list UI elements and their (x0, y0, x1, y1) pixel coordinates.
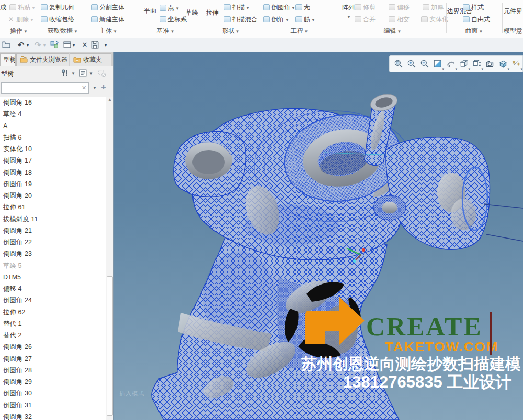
search-input[interactable] (1, 82, 89, 94)
search-caret-icon[interactable]: ▼ (93, 86, 97, 90)
intersect-button[interactable]: 相交 (389, 15, 410, 24)
clear-search-icon[interactable]: ✕ (82, 84, 86, 92)
delete-button[interactable]: ✕删除▼ (8, 15, 34, 24)
tree-item[interactable]: 倒圆角 22 (0, 236, 106, 248)
tree-item[interactable]: 倒圆角 29 (0, 376, 106, 388)
offset-button[interactable]: 偏移 (389, 3, 410, 12)
tree-item[interactable]: 倒圆角 18 (0, 167, 106, 178)
regenerate-icon[interactable] (49, 40, 60, 50)
group-label-surfaces[interactable]: 曲面▼ (446, 27, 502, 36)
group-label-model-intent[interactable]: 模型意 (502, 27, 523, 36)
round-button[interactable]: 倒圆角▼ (263, 3, 295, 12)
group-label-editing[interactable]: 编辑▼ (339, 27, 446, 36)
tree-item[interactable]: 倒圆角 17 (0, 155, 106, 166)
sketch-button[interactable]: 草绘 (186, 8, 198, 17)
scroll-up-icon[interactable]: ▲ (106, 97, 113, 102)
trim-button[interactable]: 修剪 (355, 3, 376, 12)
paste-button[interactable]: 粘贴▼ (9, 3, 36, 12)
display-style-icon[interactable]: ▾ (457, 57, 470, 71)
tree-item[interactable]: 倒圆角 19 (0, 178, 106, 190)
tree-item[interactable]: 偏移 4 (0, 283, 106, 294)
tab-favorites[interactable]: 收藏夹 (70, 53, 111, 66)
point-button[interactable]: 点▼ (160, 4, 179, 13)
undo-caret-icon[interactable]: ▾ (25, 40, 30, 50)
tree-item[interactable]: 倒圆角 30 (0, 388, 106, 399)
tree-item[interactable]: 拉伸 61 (0, 201, 106, 213)
sweep-button[interactable]: 扫描▼ (224, 3, 250, 12)
solidify-button[interactable]: 实体化 (421, 15, 448, 24)
tree-item[interactable]: 倒圆角 31 (0, 400, 106, 411)
new-body-button[interactable]: 新建主体 (91, 15, 124, 24)
close-window-icon[interactable]: ✕ (79, 40, 90, 50)
redo-caret-icon[interactable]: ▾ (42, 40, 47, 50)
rib-button[interactable]: 筋▼ (295, 15, 315, 24)
tree-item[interactable]: 实体化 10 (0, 143, 106, 155)
tree-scrollbar[interactable]: ▲ (106, 97, 113, 420)
group-label-engineering[interactable]: 工程▼ (260, 27, 339, 36)
redo-icon[interactable]: ↷ (32, 40, 43, 50)
view-manager-icon[interactable] (483, 57, 496, 71)
show-hidden-icon[interactable] (97, 69, 107, 78)
style-button[interactable]: 样式 (463, 3, 484, 12)
group-label-operations[interactable]: 操作▼ (0, 27, 38, 36)
tree-item[interactable]: 倒圆角 32 (0, 411, 106, 420)
tree-item[interactable]: 替代 1 (0, 318, 106, 330)
tree-item[interactable]: 倒圆角 26 (0, 341, 106, 353)
shell-button[interactable]: 壳 (295, 3, 310, 12)
group-label-get-data[interactable]: 获取数据▼ (38, 27, 88, 36)
chamfer-button[interactable]: 倒角▼ (263, 15, 289, 24)
undo-icon[interactable]: ↶ (16, 40, 26, 50)
quickbar-caret-icon[interactable]: ▾ (103, 40, 108, 50)
group-label-body[interactable]: 主体▼ (88, 27, 129, 36)
tree-tools-caret-icon[interactable]: ▼ (71, 71, 75, 76)
tree-item[interactable]: 倒圆角 16 (0, 97, 106, 108)
tree-item[interactable]: A (0, 120, 106, 132)
tree-item[interactable]: 替代 2 (0, 330, 106, 341)
tree-item[interactable]: 倒圆角 28 (0, 365, 106, 376)
tree-item[interactable]: 拔模斜度 11 (0, 213, 106, 225)
window-switch-icon[interactable] (62, 40, 72, 50)
tree-item[interactable]: 倒圆角 23 (0, 248, 106, 259)
tab-folder-browser[interactable]: 文件夹浏览器 (16, 53, 69, 66)
plane-button[interactable]: 平面 (144, 6, 156, 15)
shrinkwrap-button[interactable]: 收缩包络 (41, 15, 74, 24)
spin-center-icon[interactable]: ▾ (444, 57, 457, 71)
pattern-button[interactable]: 阵列 (342, 3, 355, 12)
repaint-icon[interactable]: ▾ (431, 57, 444, 71)
coordinate-system-button[interactable]: 坐标系 (160, 15, 187, 24)
thicken-button[interactable]: 加厚 (423, 3, 444, 12)
tab-model-tree[interactable]: 型树 (0, 53, 16, 66)
tree-item[interactable]: 倒圆角 20 (0, 190, 106, 201)
tree-item[interactable]: 草绘 4 (0, 108, 106, 120)
tree-item[interactable]: 扫描 6 (0, 132, 106, 143)
graphics-viewport[interactable]: ▾▾▾▾▾▾ CREATE TAKETOW.COM 苏州创恩逆向测绘抄数扫描建模… (114, 52, 523, 420)
tree-item[interactable]: 草绘 5 (0, 260, 106, 271)
copy-geometry-button[interactable]: 复制几何 (41, 3, 74, 12)
open-file-icon[interactable] (1, 40, 12, 50)
pattern-caret[interactable]: ▼ (346, 13, 351, 20)
tree-item[interactable]: 倒圆角 24 (0, 294, 106, 306)
group-label-datum[interactable]: 基准▼ (129, 27, 202, 36)
zoom-in-icon[interactable] (405, 57, 418, 71)
zoom-out-icon[interactable] (418, 57, 431, 71)
tree-item[interactable]: 拉伸 62 (0, 307, 106, 318)
freestyle-button[interactable]: 自由式 (463, 15, 490, 24)
add-filter-icon[interactable]: + (101, 82, 106, 93)
scrollbar-thumb[interactable] (107, 276, 113, 416)
component-interface-button[interactable]: 元件界 (504, 7, 522, 16)
datum-display-icon[interactable]: ▾ (509, 57, 522, 71)
tree-filters-caret-icon[interactable]: ▼ (89, 71, 93, 76)
tree-item[interactable]: 倒圆角 27 (0, 353, 106, 365)
group-label-shapes[interactable]: 形状▼ (202, 27, 260, 36)
tree-item[interactable]: 倒圆角 21 (0, 225, 106, 236)
tree-tools-icon[interactable] (61, 69, 70, 78)
swept-blend-button[interactable]: 扫描混合 (224, 15, 257, 24)
tree-item[interactable]: DTM5 (0, 271, 106, 283)
perspective-icon[interactable]: ▾ (496, 57, 509, 71)
merge-button[interactable]: 合并 (355, 15, 376, 24)
split-body-button[interactable]: 分割主体 (91, 3, 124, 12)
tree-filters-icon[interactable] (78, 69, 88, 78)
refit-icon[interactable] (392, 57, 405, 71)
window-caret-icon[interactable]: ▾ (71, 40, 76, 50)
extrude-button[interactable]: 拉伸 (206, 8, 219, 17)
